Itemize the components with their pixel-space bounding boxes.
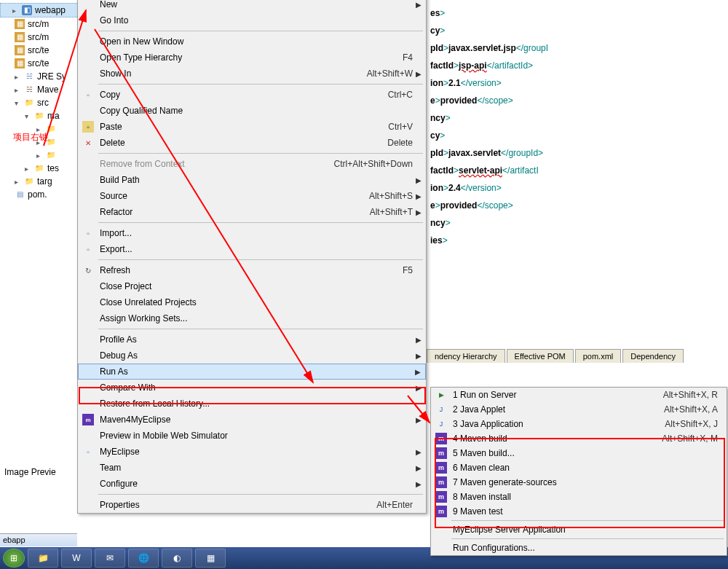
menu-item-profile-as[interactable]: Profile As▶ [78,331,426,348]
menu-label: Profile As [100,334,413,345]
menu-item-paste[interactable]: ▫PasteCtrl+V [78,119,426,135]
copy-icon: ▫ [82,89,94,101]
library-icon: ☵ [24,71,34,82]
run-option-maven-generate-sources[interactable]: m7 Maven generate-sources [431,475,727,490]
menu-item-build-path[interactable]: Build Path▶ [78,172,426,188]
taskbar-item[interactable]: 📁 [28,549,58,568]
run-option-maven-install[interactable]: m8 Maven install [431,490,727,504]
folder-icon: 📁 [24,176,34,187]
expand-icon[interactable]: ▸ [12,7,19,14]
taskbar-item[interactable]: W [61,549,92,568]
menu-label: Assign Working Sets... [100,313,413,323]
menu-item-close-project[interactable]: Close Project [78,278,426,294]
import-icon: ▫ [82,227,94,239]
submenu-shortcut: Alt+Shift+X, R [663,390,718,400]
package-icon: ▦ [15,58,25,68]
menu-item-configure[interactable]: Configure▶ [78,476,426,492]
image-preview-label: Image Previe [0,467,56,477]
menu-item-refresh[interactable]: ↻RefreshF5 [78,262,426,278]
menu-label: Compare With [100,382,413,393]
menu-label: Team [100,463,413,473]
menu-item-delete[interactable]: ✕DeleteDelete [78,135,426,151]
menu-label: Close Project [100,281,413,291]
menu-item-new[interactable]: New▶ [78,0,426,12]
editor-tab[interactable]: Effective POM [507,349,574,363]
menu-shortcut: Alt+Shift+T [370,207,413,217]
menu-label: Import... [100,228,413,238]
run-option-maven-clean[interactable]: m6 Maven clean [431,460,727,475]
menu-item-properties[interactable]: PropertiesAlt+Enter [78,497,426,513]
run-option-maven-build[interactable]: m4 Maven buildAlt+Shift+X, M [431,431,727,446]
menu-item-export-[interactable]: ▫Export... [78,241,426,257]
menu-item-run-as[interactable]: Run As▶ [78,364,426,380]
xml-editor[interactable]: es>cy>pId>javax.servlet.jsp</groupIfactI… [430,0,728,335]
menu-item-preview-in-mobile-web-simulator[interactable]: Preview in Mobile Web Simulator [78,428,426,444]
menu-label: Delete [100,138,373,148]
menu-item-remove-from-context: Remove from ContextCtrl+Alt+Shift+Down [78,156,426,172]
taskbar-item[interactable]: ✉ [95,549,125,568]
submenu-label: 1 Run on Server [453,390,663,400]
menu-shortcut: Alt+Shift+S [369,191,413,201]
submenu-arrow-icon: ▶ [416,480,422,488]
m4e-icon: m [82,414,94,425]
run-as-submenu[interactable]: ▶1 Run on ServerAlt+Shift+X, RJ2 Java Ap… [430,387,727,556]
run-option-java-application[interactable]: J3 Java ApplicationAlt+Shift+X, J [431,417,727,431]
menu-item-close-unrelated-projects[interactable]: Close Unrelated Projects [78,294,426,310]
menu-item-open-in-new-window[interactable]: Open in New Window [78,34,426,50]
run-option-java-applet[interactable]: J2 Java AppletAlt+Shift+X, A [431,402,727,417]
submenu-arrow-icon: ▶ [416,176,422,184]
run-option-run-configurations-[interactable]: Run Configurations... [431,541,727,555]
editor-tab[interactable]: Dependency [622,349,684,363]
submenu-arrow-icon: ▶ [416,352,422,360]
submenu-arrow-icon: ▶ [416,70,422,78]
folder-icon: 📁 [34,163,44,173]
project-icon: ◧ [22,5,32,15]
menu-item-restore-from-local-history-[interactable]: Restore from Local History... [78,396,426,412]
run-option-run-on-server[interactable]: ▶1 Run on ServerAlt+Shift+X, R [431,388,727,402]
menu-item-refactor[interactable]: RefactorAlt+Shift+T▶ [78,204,426,220]
submenu-shortcut: Alt+Shift+X, A [664,404,718,415]
menu-label: Close Unrelated Projects [100,297,413,307]
myec-icon: ▫ [82,446,94,458]
menu-shortcut: F4 [403,52,413,63]
editor-tabs[interactable]: ndency Hierarchy Effective POM pom.xml D… [427,349,684,363]
menu-shortcut: F5 [403,265,413,275]
submenu-label: MyEclipse Server Application [453,525,718,535]
submenu-arrow-icon: ▶ [416,464,422,472]
menu-item-import-[interactable]: ▫Import... [78,225,426,241]
menu-item-source[interactable]: SourceAlt+Shift+S▶ [78,188,426,204]
package-icon: ▦ [15,19,25,29]
taskbar-item[interactable]: ◐ [162,549,192,568]
menu-item-debug-as[interactable]: Debug As▶ [78,348,426,364]
submenu-label: 7 Maven generate-sources [453,477,718,487]
menu-item-team[interactable]: Team▶ [78,460,426,476]
menu-label: Source [100,191,355,201]
start-button[interactable]: ⊞ [3,549,25,568]
context-menu[interactable]: New▶Go IntoOpen in New WindowOpen Type H… [77,0,427,514]
menu-item-show-in[interactable]: Show InAlt+Shift+W▶ [78,66,426,82]
menu-label: Export... [100,244,413,254]
taskbar-item[interactable]: 🌐 [128,549,159,568]
taskbar-item[interactable]: ▦ [195,549,226,568]
submenu-label: 6 Maven clean [453,463,718,473]
run-option-maven-test[interactable]: m9 Maven test [431,504,727,519]
menu-item-compare-with[interactable]: Compare With▶ [78,380,426,396]
editor-tab[interactable]: ndency Hierarchy [427,349,505,363]
menu-label: Build Path [100,175,413,185]
mvnic-icon: m [435,447,447,459]
menu-item-copy-qualified-name[interactable]: Copy Qualified Name [78,103,426,119]
menu-item-go-into[interactable]: Go Into [78,12,426,28]
status-bar: ebapp [0,533,77,546]
editor-tab[interactable]: pom.xml [575,349,622,363]
menu-item-assign-working-sets-[interactable]: Assign Working Sets... [78,310,426,326]
run-option-myeclipse-server-application[interactable]: MyEclipse Server Application [431,522,727,537]
menu-item-maven4myeclipse[interactable]: mMaven4MyEclipse▶ [78,412,426,428]
menu-item-myeclipse[interactable]: ▫MyEclipse▶ [78,444,426,460]
run-option-maven-build-[interactable]: m5 Maven build... [431,446,727,460]
menu-label: Open in New Window [100,36,413,47]
menu-shortcut: Ctrl+Alt+Shift+Down [334,159,413,169]
submenu-shortcut: Alt+Shift+X, J [665,419,718,429]
submenu-arrow-icon: ▶ [416,416,422,424]
menu-item-copy[interactable]: ▫CopyCtrl+C [78,87,426,103]
menu-item-open-type-hierarchy[interactable]: Open Type HierarchyF4 [78,50,426,66]
